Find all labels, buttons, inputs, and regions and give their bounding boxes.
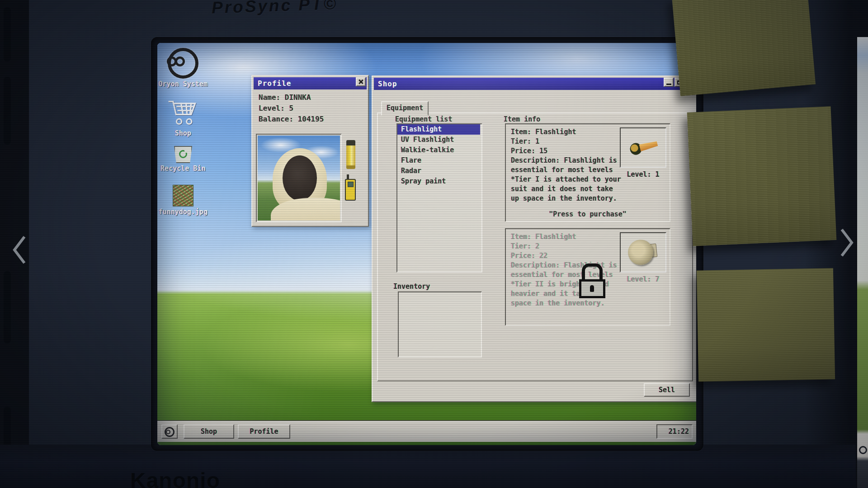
tier1-tier-line: Tier: 1	[511, 137, 539, 145]
monitor-brand-text: ProSync PT©	[211, 0, 338, 18]
desktop-icon-recycle-bin[interactable]: Recycle Bin	[158, 146, 208, 172]
close-icon	[358, 79, 363, 84]
equipment-list-item[interactable]: Radar	[397, 166, 481, 176]
icon-label: Oryon System	[158, 80, 208, 88]
shop-minimize-button[interactable]	[664, 78, 674, 87]
tier2-tier-line: Tier: 2	[511, 242, 539, 250]
avatar-shoulders	[271, 198, 340, 221]
tier1-note: *Tier I is attached to your suit and it …	[511, 175, 621, 202]
taskbar: Shop Profile 21:22	[157, 421, 696, 442]
tier2-item-line: Item: Flashlight	[511, 233, 576, 241]
item-info-panel-tier2-locked[interactable]: Item: Flashlight Tier: 2 Price: 22 Descr…	[505, 228, 670, 326]
shopping-cart-icon	[167, 99, 199, 126]
oryon-logo-mini-icon	[165, 427, 175, 437]
desktop-icon-oryon-system[interactable]: Oryon System	[158, 48, 208, 88]
shop-window-title: Shop	[378, 80, 397, 88]
tier1-level-label: Level: 1	[620, 170, 666, 178]
tier1-price-line: Price: 15	[511, 147, 547, 155]
sticky-note-bottom	[697, 268, 835, 381]
tier1-description: Description: Flashlight is essential for…	[511, 156, 617, 174]
image-thumbnail-icon	[173, 185, 193, 206]
shop-window: Shop Equipment Equipment list Flashlight…	[372, 75, 696, 402]
shop-window-titlebar[interactable]: Shop	[374, 78, 696, 90]
carousel-next-chevron[interactable]	[837, 227, 856, 258]
vent-slot	[4, 7, 11, 61]
press-to-purchase-label: "Press to purchase"	[506, 210, 670, 218]
icon-label: Shop	[158, 130, 208, 137]
minimize-icon	[666, 84, 671, 85]
monitor-base-text: Kanonio	[130, 468, 220, 488]
equipment-list-item[interactable]: Flashlight	[397, 124, 480, 135]
profile-close-button[interactable]	[356, 77, 366, 86]
profile-window-titlebar[interactable]: Profile	[254, 77, 367, 89]
equipped-flashlight-icon	[346, 140, 355, 170]
equipment-list-item[interactable]: Spray paint	[397, 176, 481, 187]
equipped-walkie-talkie-icon	[345, 179, 356, 201]
vent-slot	[4, 271, 11, 343]
game-screenshot-monitor-photo: ProSync PT© Kanonio Oryon System Shop Re…	[0, 0, 868, 488]
flashlight-tier2-icon	[627, 237, 658, 267]
tab-equipment[interactable]: Equipment	[381, 101, 429, 116]
inventory-label: Inventory	[393, 282, 430, 291]
tier1-item-line: Item: Flashlight	[511, 128, 576, 136]
equipment-list-item[interactable]: UV Flashlight	[397, 135, 481, 145]
taskbar-clock: 21:22	[656, 424, 693, 439]
recycle-bin-icon	[174, 146, 192, 163]
start-button[interactable]	[161, 424, 178, 439]
equipment-list: Flashlight UV Flashlight Walkie-talkie F…	[396, 123, 482, 272]
inventory-list[interactable]	[398, 291, 482, 357]
sticky-note-middle	[687, 106, 837, 246]
desktop-icon-funnydog[interactable]: funnydog.jpg	[157, 185, 212, 216]
tier2-item-image-box	[620, 232, 666, 272]
crt-screen: Oryon System Shop Recycle Bin funnydog.j…	[157, 43, 696, 445]
item-info-label: Item info	[504, 115, 540, 123]
avatar-face	[283, 155, 317, 201]
profile-window-title: Profile	[258, 79, 291, 88]
profile-window: Profile Name: DINNKA Level: 5 Balance: 1…	[251, 75, 369, 227]
tier2-price-line: Price: 22	[511, 252, 547, 260]
profile-avatar-frame	[256, 134, 342, 222]
equipment-list-item[interactable]: Flare	[397, 155, 481, 166]
desktop-icon-shop[interactable]: Shop	[158, 99, 208, 137]
tier1-text: Item: Flashlight Tier: 1 Price: 15 Descr…	[511, 127, 624, 203]
avatar-photo	[258, 136, 340, 221]
tier2-level-label: Level: 7	[620, 275, 666, 283]
item-info-panel-tier1[interactable]: Item: Flashlight Tier: 1 Price: 15 Descr…	[505, 123, 670, 222]
lock-icon	[577, 263, 607, 298]
sell-button[interactable]: Sell	[644, 383, 690, 397]
equipment-list-label: Equipment list	[395, 115, 452, 123]
next-screenshot-sliver	[856, 37, 868, 488]
avatar-hood	[273, 148, 327, 211]
equipment-list-item[interactable]: Walkie-talkie	[397, 145, 481, 155]
profile-name-line: Name: DINNKA	[259, 93, 311, 102]
oryon-logo-icon	[168, 48, 198, 79]
profile-balance-line: Balance: 104195	[259, 115, 324, 123]
sticky-note-top	[672, 0, 816, 96]
icon-label: funnydog.jpg	[157, 208, 212, 216]
taskbar-button-shop[interactable]: Shop	[184, 424, 234, 439]
oryon-logo-tiny-icon	[859, 446, 867, 454]
vent-slot	[4, 77, 11, 145]
taskbar-button-profile[interactable]: Profile	[238, 424, 290, 439]
profile-level-line: Level: 5	[259, 104, 293, 113]
tier1-item-image-box	[620, 127, 666, 168]
flashlight-tier1-icon	[629, 138, 660, 156]
icon-label: Recycle Bin	[158, 165, 208, 172]
carousel-prev-chevron[interactable]	[10, 234, 29, 266]
